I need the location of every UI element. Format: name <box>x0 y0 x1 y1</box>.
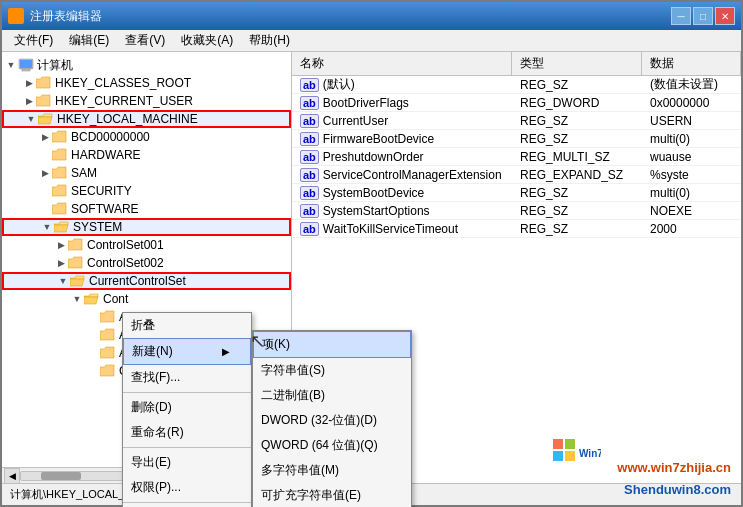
col-header-data[interactable]: 数据 <box>642 52 741 75</box>
tree-label-computer: 计算机 <box>37 57 73 74</box>
expand-icon: ▶ <box>54 256 68 270</box>
reg-value-icon: ab <box>300 96 319 110</box>
scroll-thumb[interactable] <box>41 472 81 480</box>
svg-rect-5 <box>553 451 563 461</box>
menu-separator <box>123 502 251 503</box>
col-header-name[interactable]: 名称 <box>292 52 512 75</box>
table-header: 名称 类型 数据 <box>292 52 741 76</box>
tree-item-hkey-classes[interactable]: ▶ HKEY_CLASSES_ROOT <box>2 74 291 92</box>
close-button[interactable]: ✕ <box>715 7 735 25</box>
submenu[interactable]: 项(K) 字符串值(S) 二进制值(B) DWORD (32-位值)(D) QW… <box>252 330 412 507</box>
computer-icon <box>18 58 34 72</box>
tree-item-computer[interactable]: ▼ 计算机 <box>2 56 291 74</box>
expand-icon: ▼ <box>24 112 38 126</box>
svg-rect-6 <box>565 451 575 461</box>
expand-icon <box>86 310 100 324</box>
folder-icon <box>36 94 52 108</box>
submenu-item-multistring[interactable]: 多字符串值(M) <box>253 458 411 483</box>
cell-data: NOEXE <box>642 203 741 219</box>
cell-type: REG_SZ <box>512 77 642 93</box>
tree-item-sam[interactable]: ▶ SAM <box>2 164 291 182</box>
submenu-item-binary[interactable]: 二进制值(B) <box>253 383 411 408</box>
tree-item-controlset002[interactable]: ▶ ControlSet002 <box>2 254 291 272</box>
cell-data: 0x0000000 <box>642 95 741 111</box>
context-menu[interactable]: 折叠 新建(N) ▶ 查找(F)... 删除(D) 重命名(R) 导出(E) 权… <box>122 312 252 507</box>
table-row[interactable]: ab WaitToKillServiceTimeout REG_SZ 2000 <box>292 220 741 238</box>
context-menu-rename[interactable]: 重命名(R) <box>123 420 251 445</box>
tree-item-hkey-local[interactable]: ▼ HKEY_LOCAL_MACHINE <box>2 110 291 128</box>
table-row[interactable]: ab SystemStartOptions REG_SZ NOEXE <box>292 202 741 220</box>
folder-icon-open <box>38 112 54 126</box>
window-controls: ─ □ ✕ <box>671 7 735 25</box>
folder-icon <box>52 130 68 144</box>
tree-label-bcd: BCD00000000 <box>71 130 150 144</box>
cell-type: REG_SZ <box>512 113 642 129</box>
table-row[interactable]: ab FirmwareBootDevice REG_SZ multi(0) <box>292 130 741 148</box>
expand-icon <box>86 346 100 360</box>
tree-label-software: SOFTWARE <box>71 202 139 216</box>
tree-item-cont[interactable]: ▼ Cont <box>2 290 291 308</box>
tree-item-hardware[interactable]: HARDWARE <box>2 146 291 164</box>
tree-item-controlset001[interactable]: ▶ ControlSet001 <box>2 236 291 254</box>
submenu-item-expandstring[interactable]: 可扩充字符串值(E) <box>253 483 411 507</box>
submenu-item-qword[interactable]: QWORD (64 位值)(Q) <box>253 433 411 458</box>
tree-item-currentcontrolset[interactable]: ▼ CurrentControlSet <box>2 272 291 290</box>
expand-icon: ▶ <box>22 76 36 90</box>
cell-data: wuause <box>642 149 741 165</box>
tree-item-software[interactable]: SOFTWARE <box>2 200 291 218</box>
col-header-type[interactable]: 类型 <box>512 52 642 75</box>
svg-rect-4 <box>565 439 575 449</box>
context-menu-export[interactable]: 导出(E) <box>123 450 251 475</box>
folder-icon <box>100 310 116 324</box>
folder-icon <box>52 166 68 180</box>
tree-label-security: SECURITY <box>71 184 132 198</box>
context-menu-overlay: 折叠 新建(N) ▶ 查找(F)... 删除(D) 重命名(R) 导出(E) 权… <box>122 312 412 507</box>
submenu-arrow: ▶ <box>222 346 230 357</box>
table-row[interactable]: ab BootDriverFlags REG_DWORD 0x0000000 <box>292 94 741 112</box>
submenu-item-string[interactable]: 字符串值(S) <box>253 358 411 383</box>
svg-rect-1 <box>22 69 30 71</box>
cell-data: multi(0) <box>642 131 741 147</box>
submenu-item-key[interactable]: 项(K) <box>253 331 411 358</box>
tree-item-system[interactable]: ▼ SYSTEM <box>2 218 291 236</box>
tree-label-sam: SAM <box>71 166 97 180</box>
table-row[interactable]: ab PreshutdownOrder REG_MULTI_SZ wuause <box>292 148 741 166</box>
menu-help[interactable]: 帮助(H) <box>241 30 298 51</box>
context-menu-permissions[interactable]: 权限(P)... <box>123 475 251 500</box>
expand-icon: ▶ <box>38 166 52 180</box>
folder-icon <box>100 364 116 378</box>
cell-name: ab CurrentUser <box>292 113 512 129</box>
reg-value-icon: ab <box>300 186 319 200</box>
context-menu-new[interactable]: 新建(N) ▶ <box>123 338 251 365</box>
cell-name: ab BootDriverFlags <box>292 95 512 111</box>
table-row[interactable]: ab ServiceControlManagerExtension REG_EX… <box>292 166 741 184</box>
menu-favorites[interactable]: 收藏夹(A) <box>173 30 241 51</box>
expand-icon: ▼ <box>4 58 18 72</box>
submenu-item-dword[interactable]: DWORD (32-位值)(D) <box>253 408 411 433</box>
reg-value-icon: ab <box>300 204 319 218</box>
cell-name: ab PreshutdownOrder <box>292 149 512 165</box>
folder-icon-open <box>84 292 100 306</box>
menu-bar: 文件(F) 编辑(E) 查看(V) 收藏夹(A) 帮助(H) <box>2 30 741 52</box>
scroll-left-button[interactable]: ◀ <box>4 468 20 484</box>
minimize-button[interactable]: ─ <box>671 7 691 25</box>
table-row[interactable]: ab SystemBootDevice REG_SZ multi(0) <box>292 184 741 202</box>
reg-value-icon: ab <box>300 222 319 236</box>
table-row[interactable]: ab CurrentUser REG_SZ USERN <box>292 112 741 130</box>
cell-name: ab WaitToKillServiceTimeout <box>292 221 512 237</box>
context-menu-find[interactable]: 查找(F)... <box>123 365 251 390</box>
context-menu-collapse[interactable]: 折叠 <box>123 313 251 338</box>
context-menu-delete[interactable]: 删除(D) <box>123 395 251 420</box>
cell-name: ab FirmwareBootDevice <box>292 131 512 147</box>
tree-item-hkey-current[interactable]: ▶ HKEY_CURRENT_USER <box>2 92 291 110</box>
menu-view[interactable]: 查看(V) <box>117 30 173 51</box>
maximize-button[interactable]: □ <box>693 7 713 25</box>
menu-file[interactable]: 文件(F) <box>6 30 61 51</box>
menu-edit[interactable]: 编辑(E) <box>61 30 117 51</box>
svg-rect-2 <box>20 60 32 68</box>
tree-item-security[interactable]: SECURITY <box>2 182 291 200</box>
folder-icon <box>52 148 68 162</box>
tree-item-bcd[interactable]: ▶ BCD00000000 <box>2 128 291 146</box>
table-row[interactable]: ab (默认) REG_SZ (数值未设置) <box>292 76 741 94</box>
folder-icon-open <box>54 220 70 234</box>
